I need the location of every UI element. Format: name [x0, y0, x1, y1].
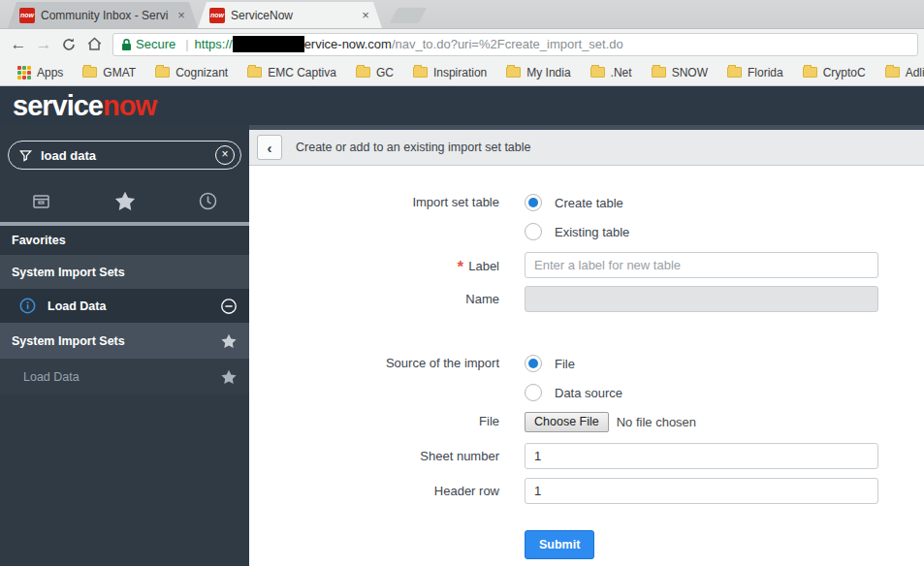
file-chosen-status: No file chosen [617, 415, 696, 429]
label-text: Label [468, 259, 499, 273]
header-row-input[interactable] [525, 478, 878, 504]
clear-filter-icon[interactable]: × [215, 145, 235, 165]
radio-button-selected[interactable] [525, 355, 542, 372]
servicenow-banner: servicenow· [0, 86, 924, 125]
bookmark-folder-gmat[interactable]: GMAT [75, 62, 143, 83]
secure-label: Secure [136, 37, 175, 51]
favorites-section-header: Favorites [0, 226, 249, 255]
info-icon[interactable] [19, 298, 36, 314]
url-path: /nav_to.do?uri=%2Fcreate_import_set.do [392, 37, 623, 51]
navigator-tabs [0, 179, 249, 222]
bookmark-label: EMC Captiva [268, 66, 336, 79]
tab-favorites[interactable] [83, 179, 167, 222]
redacted-hostname-block [233, 36, 304, 52]
page-title: Create or add to an existing import set … [296, 141, 531, 154]
bookmark-label: Inspiration [433, 66, 487, 79]
source-label: Source of the import [249, 351, 499, 370]
module-label: Load Data [48, 299, 106, 313]
search-result-module-load-data[interactable]: Load Data [0, 359, 249, 394]
bookmark-folder-inspiration[interactable]: Inspiration [405, 62, 494, 83]
module-label: Load Data [23, 370, 80, 384]
new-tab-button[interactable] [390, 8, 428, 23]
close-tab-icon[interactable]: × [359, 9, 372, 21]
bookmark-folder-cryptoc[interactable]: CryptoC [795, 62, 874, 83]
bookmark-label: GC [376, 66, 394, 79]
radio-file[interactable]: File [525, 351, 878, 376]
header-row-label: Header row [249, 478, 499, 498]
bookmark-label: .Net [611, 66, 632, 79]
content-header: ‹ Create or add to an existing import se… [249, 130, 924, 166]
apps-grid-icon [17, 66, 31, 79]
bookmark-label: Florida [748, 66, 783, 79]
address-bar[interactable]: Secure | https:// ervice-now.com /nav_to… [112, 33, 918, 56]
bookmark-folder-florida[interactable]: Florida [719, 62, 791, 83]
close-tab-icon[interactable]: × [175, 9, 188, 21]
browser-window: now Community Inbox - Servi × now Servic… [0, 0, 924, 567]
folder-icon [885, 67, 900, 78]
back-icon[interactable]: ← [6, 32, 31, 57]
sheet-number-input[interactable] [525, 443, 878, 469]
favorite-star-icon[interactable] [220, 368, 238, 386]
archive-box-icon [31, 191, 51, 211]
clock-icon [198, 191, 218, 211]
logo-trademark: · [156, 98, 158, 107]
radio-button-selected[interactable] [525, 194, 542, 211]
bookmark-label: Cognizant [175, 66, 228, 79]
folder-icon [413, 67, 428, 78]
bookmark-label: My India [526, 66, 570, 79]
import-set-table-label: Import set table [249, 190, 499, 209]
import-set-form: Import set table Create table Existing t… [249, 166, 924, 566]
tab-history[interactable] [166, 179, 249, 222]
application-navigator: load data × Favorites System [0, 125, 249, 566]
sheet-number-label: Sheet number [249, 443, 499, 463]
remove-favorite-icon[interactable] [220, 298, 238, 315]
label-input[interactable] [525, 252, 878, 278]
section-label: Favorites [12, 234, 66, 247]
tab-community-inbox[interactable]: now Community Inbox - Servi × [8, 2, 198, 28]
radio-label: Create table [555, 196, 623, 210]
bookmark-label: Adlib [906, 66, 924, 79]
logo-now-text: now [103, 90, 156, 121]
tab-servicenow[interactable]: now ServiceNow × [198, 2, 382, 28]
radio-data-source[interactable]: Data source [525, 380, 878, 405]
folder-icon [82, 67, 97, 78]
choose-file-button[interactable]: Choose File [525, 412, 609, 432]
radio-create-table[interactable]: Create table [525, 190, 878, 215]
bookmark-folder-dotnet[interactable]: .Net [583, 62, 640, 83]
bookmark-folder-cognizant[interactable]: Cognizant [147, 62, 236, 83]
bookmarks-bar: Apps GMAT Cognizant EMC Captiva GC Inspi… [0, 59, 924, 86]
bookmark-folder-emc-captiva[interactable]: EMC Captiva [239, 62, 344, 83]
radio-existing-table[interactable]: Existing table [525, 219, 878, 244]
reload-icon[interactable] [56, 32, 81, 57]
folder-icon [506, 67, 521, 78]
home-icon[interactable] [81, 32, 107, 57]
filter-navigator-input[interactable]: load data × [8, 141, 241, 170]
favorite-star-icon[interactable] [220, 332, 238, 350]
folder-icon [155, 67, 170, 78]
url-host: ervice-now.com [304, 37, 392, 51]
browser-toolbar: ← → Secure | https:// ervice-now.com /na… [0, 29, 924, 59]
submit-button[interactable]: Submit [525, 530, 594, 559]
radio-button[interactable] [525, 223, 542, 240]
bookmark-label: CryptoC [823, 66, 866, 79]
back-button[interactable]: ‹ [257, 135, 282, 160]
radio-button[interactable] [525, 384, 542, 401]
app-label: System Import Sets [12, 266, 125, 279]
radio-label: Existing table [555, 225, 629, 239]
bookmark-folder-my-india[interactable]: My India [498, 62, 578, 83]
search-result-app-system-import-sets[interactable]: System Import Sets [0, 323, 249, 359]
tab-title: Community Inbox - Servi [41, 9, 169, 22]
radio-label: File [555, 357, 575, 371]
name-input [525, 286, 878, 312]
bookmark-label: Apps [37, 66, 63, 79]
browser-tab-strip: now Community Inbox - Servi × now Servic… [0, 0, 924, 29]
required-asterisk-icon: * [458, 258, 464, 276]
app-header-system-import-sets[interactable]: System Import Sets [0, 255, 249, 289]
bookmark-folder-snow[interactable]: SNOW [644, 62, 716, 83]
module-load-data-selected[interactable]: Load Data [0, 289, 249, 323]
folder-icon [356, 67, 370, 78]
tab-all-applications[interactable] [0, 179, 83, 222]
bookmark-folder-gc[interactable]: GC [348, 62, 401, 83]
bookmark-folder-adlib[interactable]: Adlib [877, 62, 924, 83]
bookmark-apps[interactable]: Apps [10, 62, 71, 83]
